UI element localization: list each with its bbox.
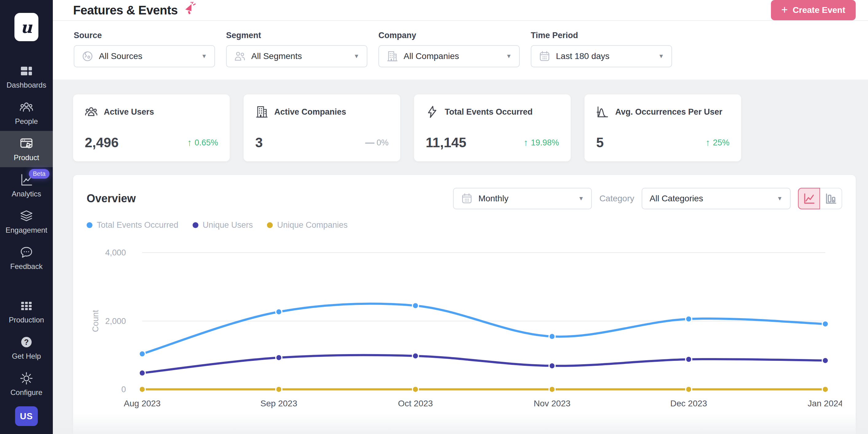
- data-point[interactable]: [822, 386, 828, 393]
- data-point[interactable]: [139, 386, 145, 393]
- calendar-icon: [461, 193, 473, 204]
- legend-item-unique-companies[interactable]: Unique Companies: [267, 221, 348, 230]
- filter-label: Segment: [226, 31, 367, 40]
- category-value: All Categories: [650, 194, 703, 203]
- engagement-icon: [19, 209, 33, 223]
- stat-delta: —0%: [365, 137, 389, 148]
- stat-delta: ↑19.98%: [523, 137, 559, 148]
- flat-icon: —: [365, 137, 374, 148]
- stat-value: 2,496: [85, 135, 119, 150]
- y-axis-label: Count: [91, 310, 100, 332]
- data-point[interactable]: [139, 351, 145, 357]
- overview-card: Overview Monthly ▼ Category All Categori…: [73, 175, 856, 434]
- chevron-down-icon: ▼: [506, 53, 512, 60]
- overview-controls: Monthly ▼ Category All Categories ▼: [453, 188, 842, 209]
- granularity-select[interactable]: Monthly ▼: [453, 188, 592, 209]
- data-point[interactable]: [822, 321, 828, 327]
- sidebar: u Dashboards People Product: [0, 0, 53, 434]
- chevron-down-icon: ▼: [201, 53, 207, 60]
- data-point[interactable]: [686, 356, 692, 363]
- legend-item-unique-users[interactable]: Unique Users: [193, 221, 253, 230]
- overview-chart: 02,0004,000CountAug 2023Sep 2023Oct 2023…: [87, 234, 842, 418]
- legend-dot: [267, 222, 273, 228]
- data-point[interactable]: [412, 386, 418, 393]
- y-tick-label: 4,000: [105, 248, 126, 257]
- user-avatar[interactable]: US: [15, 406, 38, 426]
- stat-value: 5: [596, 135, 603, 150]
- chevron-down-icon: ▼: [658, 53, 664, 60]
- stat-card-active-companies: Active Companies 3 —0%: [244, 94, 400, 162]
- legend-dot: [87, 222, 92, 228]
- stat-title: Active Companies: [274, 107, 346, 117]
- legend-item-total-events[interactable]: Total Events Occurred: [87, 221, 179, 230]
- create-event-label: Create Event: [793, 5, 845, 15]
- data-point[interactable]: [276, 355, 282, 361]
- sidebar-item-engagement[interactable]: Engagement: [0, 203, 53, 240]
- globe-icon: [82, 50, 93, 62]
- users-group-icon: [85, 106, 98, 118]
- users-icon: [234, 50, 246, 62]
- data-point[interactable]: [549, 386, 555, 393]
- sidebar-item-product[interactable]: Product: [0, 131, 53, 167]
- source-value: All Sources: [99, 51, 143, 61]
- create-event-button[interactable]: + Create Event: [771, 0, 856, 20]
- line-chart-toggle-button[interactable]: [798, 188, 820, 209]
- sidebar-item-configure[interactable]: Configure: [0, 366, 53, 402]
- stat-title: Avg. Occurrences Per User: [615, 107, 722, 117]
- x-tick-label: Jan 2024: [807, 399, 842, 408]
- x-tick-label: Sep 2023: [260, 399, 297, 408]
- chart-legend: Total Events Occurred Unique Users Uniqu…: [87, 221, 842, 230]
- stat-value: 11,145: [426, 135, 466, 150]
- sidebar-item-get-help[interactable]: ? Get Help: [0, 329, 53, 366]
- source-select[interactable]: All Sources ▼: [74, 45, 215, 67]
- data-point[interactable]: [412, 302, 418, 309]
- sidebar-item-label: People: [15, 117, 38, 126]
- filter-bar: Source All Sources ▼ Segment All Segment…: [53, 21, 868, 80]
- arrow-up-icon: ↑: [706, 137, 710, 148]
- data-point[interactable]: [549, 363, 555, 369]
- filter-source: Source All Sources ▼: [74, 31, 215, 67]
- x-tick-label: Oct 2023: [398, 399, 433, 408]
- data-point[interactable]: [686, 316, 692, 322]
- svg-text:?: ?: [24, 338, 29, 346]
- bell-curve-icon: [596, 106, 609, 118]
- stat-title: Active Users: [104, 107, 154, 117]
- sidebar-item-people[interactable]: People: [0, 95, 53, 131]
- sidebar-item-label: Analytics: [12, 190, 41, 198]
- x-tick-label: Dec 2023: [670, 399, 707, 408]
- sidebar-item-analytics[interactable]: Analytics Beta: [0, 167, 53, 203]
- series-line: [142, 304, 825, 354]
- filter-time-period: Time Period Last 180 days ▼: [531, 31, 672, 67]
- y-tick-label: 0: [121, 385, 126, 394]
- building-icon: [255, 106, 268, 118]
- data-point[interactable]: [412, 353, 418, 359]
- plus-icon: +: [781, 4, 788, 16]
- filter-label: Time Period: [531, 31, 672, 40]
- sidebar-item-dashboards[interactable]: Dashboards: [0, 58, 53, 95]
- granularity-value: Monthly: [478, 194, 508, 203]
- page-title: Features & Events: [73, 3, 178, 17]
- data-point[interactable]: [686, 386, 692, 393]
- segment-select[interactable]: All Segments ▼: [226, 45, 367, 67]
- data-point[interactable]: [549, 334, 555, 340]
- stat-card-active-users: Active Users 2,496 ↑0.65%: [73, 94, 230, 162]
- sidebar-item-feedback[interactable]: Feedback: [0, 240, 53, 276]
- building-icon: [386, 50, 398, 62]
- arrow-up-icon: ↑: [523, 137, 528, 148]
- lightning-icon: [426, 106, 439, 118]
- time-period-select[interactable]: Last 180 days ▼: [531, 45, 672, 67]
- data-point[interactable]: [276, 309, 282, 315]
- y-tick-label: 2,000: [105, 317, 126, 326]
- sidebar-item-production[interactable]: Production: [0, 293, 53, 329]
- data-point[interactable]: [276, 386, 282, 393]
- product-icon: [19, 137, 33, 151]
- beta-badge: Beta: [29, 169, 50, 179]
- company-select[interactable]: All Companies ▼: [378, 45, 520, 67]
- category-select[interactable]: All Categories ▼: [642, 188, 790, 209]
- data-point[interactable]: [139, 370, 145, 376]
- app-root: u Dashboards People Product: [0, 0, 868, 434]
- userpilot-logo[interactable]: u: [14, 13, 38, 41]
- data-point[interactable]: [822, 357, 828, 364]
- bar-chart-toggle-button[interactable]: [820, 188, 842, 209]
- filter-label: Company: [378, 31, 520, 40]
